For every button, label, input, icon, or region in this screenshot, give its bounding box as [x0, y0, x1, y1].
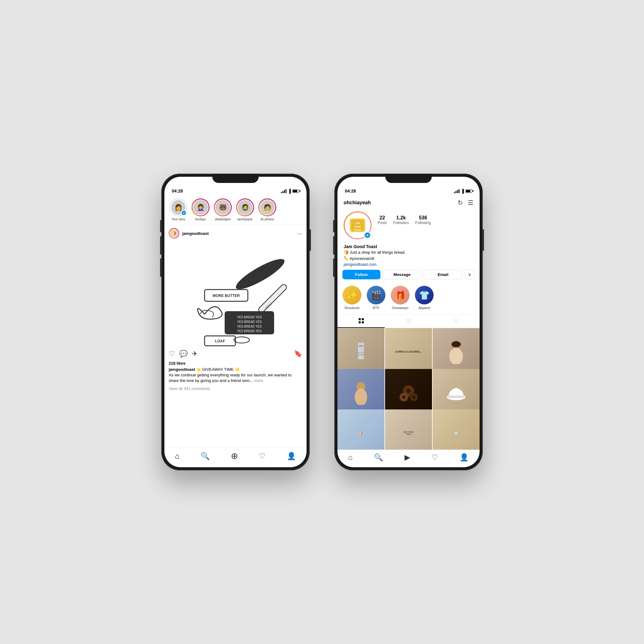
- giveaways-label: Giveaways: [392, 306, 409, 310]
- svg-text:LOAF: LOAF: [215, 339, 225, 343]
- power-button-2: [483, 229, 484, 251]
- highlight-giveaways[interactable]: 🎁 Giveaways: [391, 286, 410, 310]
- vol-buttons: [160, 220, 161, 281]
- story-your-story[interactable]: 👩 + Your story: [169, 198, 187, 221]
- story-dcphotos[interactable]: 🧑 dc.photos: [258, 198, 276, 221]
- message-button[interactable]: Message: [383, 270, 422, 279]
- status-icons-2: ▐: [454, 189, 472, 193]
- view-comments[interactable]: View all 391 comments: [164, 386, 307, 392]
- svg-rect-22: [358, 342, 364, 359]
- nav-search-icon[interactable]: 🔍: [201, 452, 210, 460]
- vol-buttons-2: [333, 220, 334, 281]
- grid-cell-3[interactable]: [433, 328, 480, 375]
- bookmark-icon[interactable]: 🔖: [294, 350, 302, 358]
- apparel-emoji: 👕: [419, 290, 430, 300]
- more-button[interactable]: ∨: [465, 270, 475, 279]
- grid-cell-8[interactable]: Jam GoodToast: [385, 409, 432, 450]
- nav-search-icon-2[interactable]: 🔍: [374, 453, 383, 462]
- phone-feed: 04:28 ▐: [161, 174, 310, 470]
- grid-cell-2[interactable]: CARB-O-LOADING...: [385, 328, 432, 375]
- svg-text:GOOD: GOOD: [354, 226, 361, 228]
- story-label-your-story: Your story: [172, 218, 185, 221]
- profile-pic-wrap: JAM GOOD TOAST +: [344, 211, 371, 239]
- stat-followers-num: 1.2k: [396, 215, 406, 221]
- bottom-nav-2: ⌂ 🔍 ▶ ♡ 👤: [337, 450, 480, 467]
- signal-icon: [281, 189, 286, 193]
- like-icon[interactable]: ♡: [169, 350, 175, 358]
- notch-2: [385, 174, 432, 183]
- email-button[interactable]: Email: [424, 270, 462, 279]
- follow-button[interactable]: Follow: [342, 270, 380, 279]
- tab-list[interactable]: [385, 314, 432, 328]
- svg-text:YES BREAD YES: YES BREAD YES: [237, 325, 262, 328]
- share-icon[interactable]: ✈: [192, 350, 197, 358]
- tab-grid[interactable]: [337, 314, 385, 328]
- post-avatar[interactable]: 🍞: [169, 228, 179, 239]
- profile-info: JAM GOOD TOAST + 22 Posts: [337, 208, 480, 242]
- menu-icon[interactable]: ☰: [468, 199, 473, 206]
- nav-home-icon-2[interactable]: ⌂: [348, 453, 353, 462]
- grid-cell-5[interactable]: [385, 369, 432, 416]
- phone-profile: 04:28 ▐: [334, 174, 483, 470]
- grid-cell-6[interactable]: [433, 369, 480, 416]
- comment-icon[interactable]: 💬: [179, 350, 188, 358]
- scene: 04:28 ▐: [0, 0, 644, 644]
- nav-add-icon[interactable]: ⊕: [231, 451, 238, 461]
- apparel-label: Apparel: [418, 306, 430, 310]
- svg-text:MORE BUTTER: MORE BUTTER: [213, 294, 240, 298]
- refresh-icon[interactable]: ↻: [458, 199, 463, 206]
- grid-cell-4[interactable]: [337, 369, 384, 416]
- bio-link[interactable]: jamgoodtoast.com: [344, 262, 473, 267]
- likes-count: 218 likes: [164, 361, 307, 366]
- caption-body: As we continue getting everything ready …: [169, 373, 291, 383]
- battery-icon-2: [465, 189, 472, 193]
- photo-grid: LET'S GET THE BREAD CARB-O-LOADING...: [337, 328, 480, 450]
- giveaways-emoji: 🎁: [395, 290, 406, 300]
- story-label-fundayz: fundayz: [195, 218, 206, 221]
- caption-more[interactable]: more: [254, 378, 263, 383]
- stat-following[interactable]: 536 Following: [415, 215, 431, 225]
- post-username[interactable]: jamgoodtoast: [182, 231, 209, 236]
- story-label-jamespack: jamespack: [238, 218, 252, 221]
- grid-cell-9[interactable]: 👕: [433, 409, 480, 450]
- story-fundayz[interactable]: 👩‍🦱 fundayz: [192, 198, 210, 221]
- highlight-shoutouts[interactable]: ✨ Shoutouts: [342, 286, 362, 310]
- bottom-nav: ⌂ 🔍 ⊕ ♡ 👤: [164, 447, 307, 467]
- phone-profile-screen: 04:28 ▐: [337, 177, 480, 467]
- stat-followers[interactable]: 1.2k Followers: [393, 215, 409, 225]
- stat-following-num: 536: [419, 215, 427, 221]
- nav-likes-icon-2[interactable]: ♡: [431, 453, 438, 462]
- add-profile-pic-icon[interactable]: +: [364, 232, 371, 239]
- add-story-icon: +: [181, 210, 187, 216]
- stat-posts-num: 22: [379, 215, 385, 221]
- profile-tabs: [337, 314, 480, 328]
- post-header: 🍞 jamgoodtoast ···: [164, 225, 307, 242]
- shoutouts-emoji: ✨: [347, 290, 358, 300]
- nav-reels-icon[interactable]: ▶: [405, 453, 410, 462]
- svg-point-21: [455, 319, 457, 321]
- grid-cell-7[interactable]: 🍞: [337, 409, 384, 450]
- story-ahadesigns[interactable]: 🐻 ahadesigns: [214, 198, 232, 221]
- battery-icon: [292, 189, 299, 193]
- svg-point-32: [406, 389, 411, 393]
- svg-text:YES BREAD YES: YES BREAD YES: [237, 329, 262, 333]
- highlight-bts[interactable]: 🎬 BTS: [366, 286, 386, 310]
- post-more-icon[interactable]: ···: [297, 230, 302, 237]
- nav-home-icon[interactable]: ⌂: [175, 452, 180, 460]
- post-actions: ♡ 💬 ✈ 🔖: [164, 347, 307, 361]
- nav-profile-icon-2[interactable]: 👤: [460, 453, 469, 462]
- tab-tagged[interactable]: [432, 314, 480, 328]
- story-jamespack[interactable]: 🧔 jamespack: [236, 198, 254, 221]
- nav-likes-icon[interactable]: ♡: [259, 452, 266, 460]
- svg-point-27: [449, 348, 463, 364]
- nav-profile-icon[interactable]: 👤: [287, 452, 296, 460]
- svg-point-28: [451, 341, 461, 347]
- power-button: [310, 229, 311, 251]
- profile-bio: Jam Good Toast 🍞 Just a shop for all thi…: [337, 242, 480, 270]
- profile-username: ohchiayeah: [344, 200, 371, 205]
- stat-followers-label: Followers: [393, 221, 409, 225]
- grid-cell-1[interactable]: LET'S GET THE BREAD: [337, 328, 384, 375]
- highlight-apparel[interactable]: 👕 Apparel: [415, 286, 434, 310]
- profile-header-icons: ↻ ☰: [458, 199, 473, 206]
- caption-username[interactable]: jamgoodtoast: [169, 367, 195, 372]
